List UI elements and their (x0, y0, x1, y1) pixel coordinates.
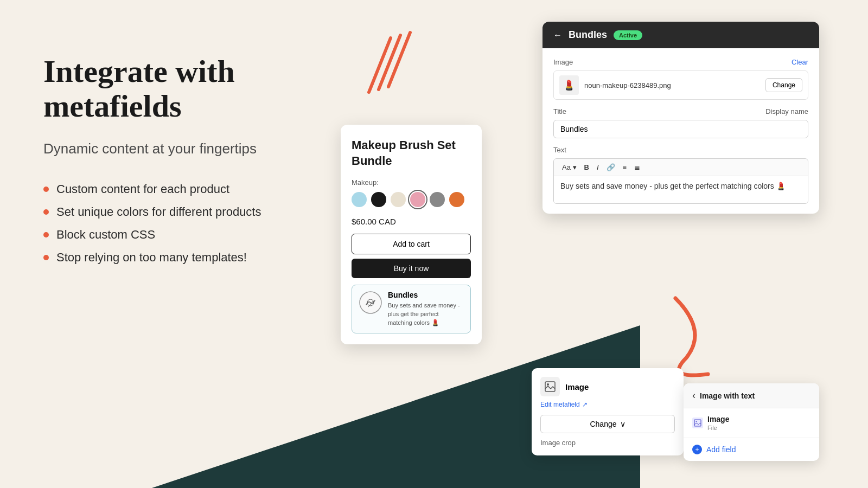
svg-point-5 (696, 421, 697, 422)
image-field-row: Image Clear (553, 58, 808, 66)
bullet-item: Set unique colors for different products (43, 205, 347, 219)
deco-strokes (336, 27, 423, 103)
image-icon-box (540, 377, 560, 396)
change-image-button[interactable]: Change (765, 78, 802, 92)
title-input[interactable] (553, 120, 808, 138)
bundle-emoji: 💄 (431, 319, 439, 326)
buy-now-button[interactable]: Buy it now (352, 259, 471, 278)
title-field-row: Title Display name (553, 107, 808, 115)
admin-card: ← Bundles Active Image Clear 💄 noun-make… (542, 22, 819, 214)
image-crop-label: Image crop (540, 439, 675, 447)
toolbar-italic[interactable]: I (594, 162, 602, 172)
swatch-4[interactable] (410, 192, 425, 207)
swatch-3[interactable] (391, 192, 406, 207)
dropdown-item-image[interactable]: Image File (684, 408, 819, 438)
svg-point-3 (547, 383, 549, 386)
bundle-info: Bundles Buy sets and save money - plus g… (388, 291, 464, 328)
image-field-label: Image (553, 58, 573, 66)
subtitle: Dynamic content at your fingertips (43, 139, 347, 158)
admin-body: Image Clear 💄 noun-makeup-6238489.png Ch… (542, 48, 819, 214)
left-panel: Integrate with metafields Dynamic conten… (43, 54, 347, 273)
add-field-button[interactable]: + Add field (684, 438, 819, 461)
add-circle-icon: + (692, 445, 702, 454)
main-title: Integrate with metafields (43, 54, 347, 124)
image-panel-header: Image (540, 377, 675, 396)
add-field-text: Add field (706, 445, 736, 454)
bullet-dot (43, 232, 49, 237)
bundle-text: Buy sets and save money - plus get the p… (388, 301, 464, 328)
toolbar-link[interactable]: 🔗 (604, 162, 618, 172)
dropdown-panel: ‹ Image with text Image File + Add field (684, 383, 819, 461)
svg-rect-2 (545, 382, 555, 391)
admin-header: ← Bundles Active (542, 22, 819, 48)
product-title: Makeup Brush Set Bundle (352, 138, 471, 169)
image-thumb: 💄 (559, 75, 579, 95)
text-toolbar: Aa ▾ B I 🔗 ≡ ≣ Buy sets and save money -… (553, 158, 808, 204)
bullet-item: Stop relying on too many templates! (43, 251, 347, 265)
active-badge: Active (614, 30, 642, 40)
image-row: 💄 noun-makeup-6238489.png Change (553, 70, 808, 100)
display-name-label: Display name (765, 107, 808, 115)
dropdown-header-text: Image with text (700, 391, 755, 400)
swatch-2[interactable] (371, 192, 386, 207)
add-to-cart-button[interactable]: Add to cart (352, 234, 471, 254)
bullet-item: Custom content for each product (43, 182, 347, 196)
color-swatches (352, 192, 471, 207)
change-large-button[interactable]: Change ∨ (540, 415, 675, 433)
toolbar-font[interactable]: Aa ▾ (559, 162, 579, 172)
image-panel: Image Edit metafield ↗ Change ∨ Image cr… (532, 368, 684, 455)
swatch-1[interactable] (352, 192, 367, 207)
text-field-label: Text (553, 146, 566, 154)
makeup-label: Makeup: (352, 178, 471, 187)
price: $60.00 CAD (352, 217, 471, 226)
image-name: noun-makeup-6238489.png (584, 81, 760, 89)
dropdown-item-title: Image (707, 415, 729, 423)
bundle-card: Bundles Buy sets and save money - plus g… (352, 285, 471, 333)
clear-link[interactable]: Clear (792, 58, 808, 66)
bullet-list: Custom content for each productSet uniqu… (43, 182, 347, 265)
swatch-6[interactable] (449, 192, 464, 207)
image-panel-title: Image (565, 382, 589, 391)
product-card: Makeup Brush Set Bundle Makeup: $60.00 C… (341, 125, 482, 344)
bullet-dot (43, 255, 49, 260)
text-field-row: Text (553, 146, 808, 154)
back-arrow[interactable]: ← (553, 30, 562, 40)
toolbar-ul[interactable]: ≡ (620, 162, 630, 172)
dropdown-back-arrow[interactable]: ‹ (692, 390, 695, 401)
bundle-icon (359, 291, 382, 314)
text-content[interactable]: Buy sets and save money - plus get the p… (554, 176, 808, 203)
bundle-title: Bundles (388, 291, 464, 299)
swatch-5[interactable] (430, 192, 445, 207)
toolbar-bold[interactable]: B (582, 162, 592, 172)
toolbar-ol[interactable]: ≣ (631, 162, 643, 172)
dropdown-item-sub: File (707, 425, 729, 431)
bullet-dot (43, 187, 49, 192)
admin-card-title: Bundles (569, 29, 607, 41)
bullet-item: Block custom CSS (43, 228, 347, 242)
bullet-dot (43, 209, 49, 215)
dropdown-header[interactable]: ‹ Image with text (684, 383, 819, 408)
edit-metafield-link[interactable]: Edit metafield ↗ (540, 401, 675, 408)
toolbar-bar: Aa ▾ B I 🔗 ≡ ≣ (554, 159, 808, 176)
title-field-label: Title (553, 107, 566, 115)
